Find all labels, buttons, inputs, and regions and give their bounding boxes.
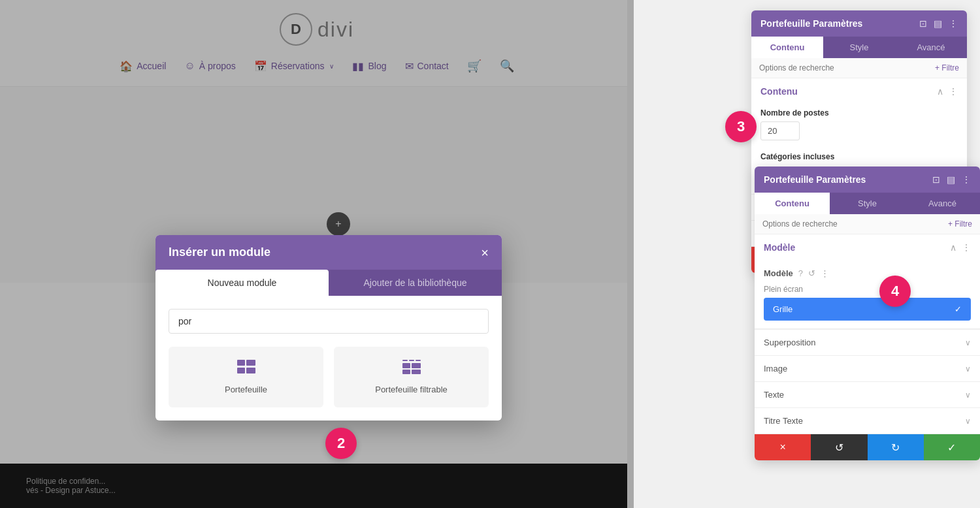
panel1-section-contenu-title: Contenu: [760, 86, 798, 97]
svg-rect-0: [237, 360, 245, 366]
panel2-more-field-icon[interactable]: ⋮: [821, 268, 829, 278]
panel2-search-row: + Filtre: [755, 214, 980, 234]
svg-rect-4: [402, 360, 408, 361]
panel2-titre-texte[interactable]: Titre Texte ∨: [755, 408, 980, 434]
panel-2-portefeuille: Portefeuille Paramètres ⊡ ▤ ⋮ Contenu St…: [755, 167, 980, 460]
panel2-more-icon[interactable]: ⋮: [962, 174, 971, 185]
svg-rect-10: [412, 370, 421, 374]
panel2-section-modele-title: Modèle: [764, 242, 795, 253]
tab-nouveau-module[interactable]: Nouveau module: [155, 270, 329, 296]
panel2-image[interactable]: Image ∨: [755, 356, 980, 382]
panel2-section-icons: ∧ ⋮: [950, 242, 971, 253]
svg-rect-1: [246, 360, 255, 366]
badge-3: 3: [725, 111, 757, 142]
panel2-tab-avance[interactable]: Avancé: [905, 193, 980, 214]
panel2-more-section-icon[interactable]: ⋮: [962, 242, 971, 253]
panel1-search-row: + Filtre: [751, 58, 967, 78]
panel2-texte-arrow: ∨: [965, 390, 971, 400]
panel2-section-modele-header: Modèle ∧ ⋮: [755, 234, 980, 261]
panel2-collapse-icon[interactable]: ∧: [950, 242, 956, 253]
panel-container: Portefeuille Paramètres ⊡ ▤ ⋮ Contenu St…: [627, 0, 980, 508]
svg-rect-3: [246, 368, 255, 373]
modal-body: Portefeuille Portefeuille filtrable: [155, 296, 502, 421]
panel1-section-contenu-header: Contenu ∧ ⋮: [751, 78, 967, 104]
modal-close-button[interactable]: ×: [481, 246, 489, 259]
panel1-header: Portefeuille Paramètres ⊡ ▤ ⋮: [751, 10, 967, 37]
portefeuille-label: Portefeuille: [225, 385, 267, 394]
panel2-image-arrow: ∨: [965, 364, 971, 373]
panel2-modele-content: Modèle ? ↺ ⋮ Plein écran Grille ✓: [755, 261, 980, 329]
svg-rect-5: [409, 360, 414, 361]
module-grid: Portefeuille Portefeuille filtrable: [169, 347, 489, 407]
panel1-nombre-field: Nombre de postes 20: [751, 104, 967, 148]
panel1-header-icons: ⊡ ▤ ⋮: [919, 18, 958, 29]
panel2-superposition-arrow: ∨: [965, 338, 971, 347]
badge-4: 4: [879, 276, 911, 307]
panel2-search-input[interactable]: [762, 219, 948, 229]
panel2-tab-contenu[interactable]: Contenu: [755, 193, 830, 214]
panel2-columns-icon[interactable]: ▤: [947, 174, 955, 185]
module-search-input[interactable]: [169, 309, 489, 334]
panel1-more-section-icon[interactable]: ⋮: [949, 86, 958, 97]
panel1-nombre-label: Nombre de postes: [760, 108, 958, 118]
panel2-redo-button[interactable]: ↻: [868, 434, 924, 460]
panel2-bottom-bar: × ↺ ↻ ✓: [755, 434, 980, 460]
panel1-columns-icon[interactable]: ▤: [934, 18, 942, 29]
panel2-titre-texte-label: Titre Texte: [764, 416, 803, 426]
svg-rect-7: [402, 363, 410, 368]
panel2-section-modele: Modèle ∧ ⋮ Modèle ? ↺ ⋮ Plein écran Gril…: [755, 234, 980, 330]
panel1-more-icon[interactable]: ⋮: [949, 18, 958, 29]
panel1-tabs: Contenu Style Avancé: [751, 37, 967, 58]
panel2-modele-label-row: Modèle ? ↺ ⋮: [764, 268, 971, 278]
panel2-undo-button[interactable]: ↺: [811, 434, 867, 460]
svg-rect-8: [412, 363, 421, 368]
panel2-dropdown-check: ✓: [955, 304, 962, 314]
portefeuille-icon: [237, 360, 255, 378]
svg-rect-9: [402, 370, 410, 374]
panel1-nombre-value[interactable]: 20: [760, 121, 800, 140]
panel2-help-icon[interactable]: ?: [798, 268, 803, 278]
panel2-tabs: Contenu Style Avancé: [755, 193, 980, 214]
module-portefeuille-filtrable[interactable]: Portefeuille filtrable: [334, 347, 489, 407]
panel2-reset-field-icon[interactable]: ↺: [808, 268, 815, 278]
modal-title: Insérer un module: [169, 246, 270, 259]
panel2-expand-icon[interactable]: ⊡: [932, 174, 940, 185]
panel2-titre-texte-arrow: ∨: [965, 417, 971, 426]
panel2-tab-style[interactable]: Style: [830, 193, 905, 214]
panel2-header: Portefeuille Paramètres ⊡ ▤ ⋮: [755, 167, 980, 193]
insert-module-modal: Insérer un module × Nouveau module Ajout…: [155, 235, 502, 421]
panel2-cancel-button[interactable]: ×: [755, 434, 811, 460]
panel1-title: Portefeuille Paramètres: [760, 18, 862, 29]
panel1-filter-button[interactable]: + Filtre: [935, 63, 959, 72]
panel1-expand-icon[interactable]: ⊡: [919, 18, 927, 29]
panel1-cats-label: Catégories incluses: [751, 148, 967, 165]
portefeuille-filtrable-label: Portefeuille filtrable: [375, 385, 448, 394]
panel1-tab-style[interactable]: Style: [823, 37, 895, 58]
panel2-superposition-label: Superposition: [764, 338, 816, 347]
svg-rect-2: [237, 368, 245, 373]
panel2-title: Portefeuille Paramètres: [764, 174, 866, 185]
module-portefeuille[interactable]: Portefeuille: [169, 347, 323, 407]
modal-header: Insérer un module ×: [155, 235, 502, 270]
panel2-modele-dropdown[interactable]: Grille ✓: [764, 298, 971, 321]
portefeuille-filtrable-icon: [402, 360, 421, 378]
panel2-modele-label: Modèle: [764, 268, 793, 278]
panel2-image-label: Image: [764, 364, 787, 373]
panel2-save-button[interactable]: ✓: [924, 434, 980, 460]
panel1-search-input[interactable]: [759, 63, 935, 72]
panel1-tab-avance[interactable]: Avancé: [895, 37, 967, 58]
panel2-texte[interactable]: Texte ∨: [755, 382, 980, 408]
panel2-header-icons: ⊡ ▤ ⋮: [932, 174, 971, 185]
tab-bibliotheque[interactable]: Ajouter de la bibliothèque: [329, 270, 502, 296]
badge-2: 2: [325, 428, 357, 459]
panel1-tab-contenu[interactable]: Contenu: [751, 37, 823, 58]
panel1-collapse-icon[interactable]: ∧: [937, 86, 943, 97]
panel2-texte-label: Texte: [764, 390, 784, 400]
panel2-filter-button[interactable]: + Filtre: [948, 219, 972, 229]
panel2-superposition[interactable]: Superposition ∨: [755, 330, 980, 356]
svg-rect-6: [416, 360, 421, 361]
panel2-fullscreen-label: Plein écran: [764, 285, 971, 294]
panel1-section-icons: ∧ ⋮: [937, 86, 958, 97]
modal-tabs: Nouveau module Ajouter de la bibliothèqu…: [155, 270, 502, 296]
panel2-dropdown-value: Grille: [773, 304, 792, 314]
